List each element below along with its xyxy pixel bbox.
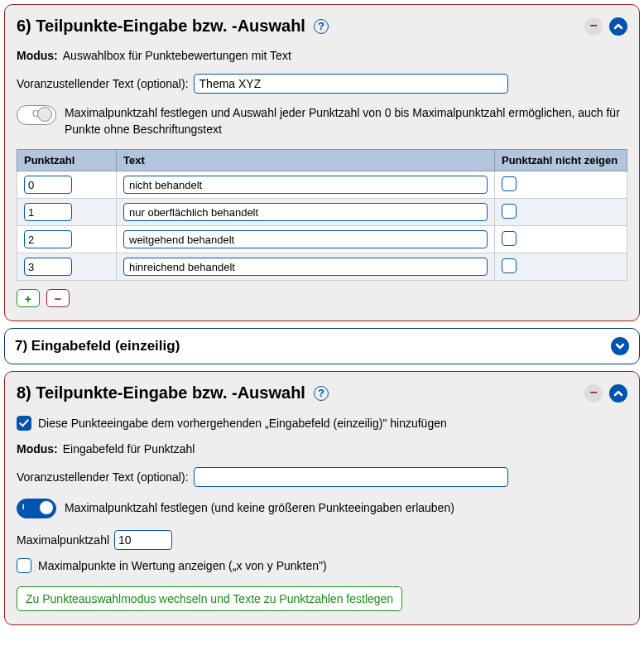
hide-checkbox[interactable]: [502, 231, 517, 246]
show-max-label: Maximalpunkte in Wertung anzeigen („x vo…: [38, 559, 327, 572]
th-points: Punktzahl: [17, 150, 117, 171]
modus-label: Modus:: [17, 49, 58, 62]
modus-row-8: Modus: Eingabefeld für Punktzahl: [17, 442, 627, 456]
maxpts-row: Maximalpunktzahl: [17, 530, 627, 550]
panel-8-title: 8) Teilpunkte-Eingabe bzw. -Auswahl: [17, 383, 305, 402]
collapse-panel-button[interactable]: [609, 17, 627, 36]
panel-6-controls: −: [584, 17, 627, 36]
show-max-checkbox[interactable]: [17, 558, 31, 573]
max-points-toggle[interactable]: I: [17, 499, 56, 518]
points-input[interactable]: [24, 230, 72, 248]
prefix-input[interactable]: [194, 467, 508, 487]
th-text: Text: [117, 150, 495, 171]
max-toggle-label: Maximalpunktzahl festlegen (und keine gr…: [65, 500, 627, 517]
panel-6-header: 6) Teilpunkte-Eingabe bzw. -Auswahl ? −: [17, 17, 627, 36]
max-toggle-row: O Maximalpunktzahl festlegen und Auswahl…: [17, 105, 627, 137]
chevron-down-icon: [615, 341, 625, 351]
help-icon[interactable]: ?: [314, 386, 329, 401]
add-row-button[interactable]: +: [17, 289, 40, 307]
switch-mode-button[interactable]: Zu Punkteauswahlmodus wechseln und Texte…: [17, 586, 402, 611]
chevron-up-icon: [613, 22, 623, 31]
table-row: [17, 199, 627, 226]
attach-row: Diese Punkteeingabe dem vorhergehenden „…: [17, 416, 627, 431]
panel-8-header: 8) Teilpunkte-Eingabe bzw. -Auswahl ? −: [17, 383, 627, 402]
text-input[interactable]: [123, 258, 488, 276]
prefix-row-8: Voranzustellender Text (optional):: [17, 467, 627, 487]
modus-value: Auswahlbox für Punktebewertungen mit Tex…: [63, 49, 291, 62]
maxpts-input[interactable]: [114, 530, 172, 550]
prefix-row: Voranzustellender Text (optional):: [17, 74, 627, 94]
modus-label: Modus:: [17, 442, 58, 456]
collapse-panel-button[interactable]: [609, 384, 627, 402]
th-hide: Punktzahl nicht zeigen: [495, 150, 627, 171]
text-input[interactable]: [123, 203, 488, 221]
table-controls: + −: [17, 289, 627, 307]
panel-8-title-row: 8) Teilpunkte-Eingabe bzw. -Auswahl ?: [17, 383, 329, 402]
hide-checkbox[interactable]: [502, 204, 517, 219]
max-toggle-row-8: I Maximalpunktzahl festlegen (und keine …: [17, 499, 627, 518]
chevron-up-icon: [613, 388, 623, 398]
points-input[interactable]: [24, 203, 72, 221]
panel-6-points-selection: 6) Teilpunkte-Eingabe bzw. -Auswahl ? − …: [4, 4, 640, 321]
max-toggle-label: Maximalpunktzahl festlegen und Auswahl j…: [65, 105, 627, 137]
points-input[interactable]: [24, 258, 72, 276]
minus-icon: −: [589, 386, 597, 399]
points-input[interactable]: [24, 176, 72, 194]
panel-6-title-row: 6) Teilpunkte-Eingabe bzw. -Auswahl ?: [17, 17, 329, 36]
points-table: Punktzahl Text Punktzahl nicht zeigen: [17, 149, 627, 281]
maxpts-label: Maximalpunktzahl: [17, 533, 109, 547]
panel-6-title: 6) Teilpunkte-Eingabe bzw. -Auswahl: [17, 17, 305, 36]
attach-checkbox[interactable]: [17, 416, 31, 431]
text-input[interactable]: [123, 176, 488, 194]
table-row: [17, 226, 627, 253]
panel-8-points-selection: 8) Teilpunkte-Eingabe bzw. -Auswahl ? − …: [4, 371, 640, 625]
hide-checkbox[interactable]: [502, 258, 517, 273]
panel-7-title: 7) Eingabefeld (einzeilig): [15, 338, 180, 354]
table-row: [17, 253, 627, 281]
text-input[interactable]: [123, 230, 488, 248]
max-points-toggle[interactable]: O: [17, 105, 56, 125]
modus-value: Eingabefeld für Punktzahl: [63, 442, 195, 456]
help-icon[interactable]: ?: [314, 19, 329, 34]
prefix-input[interactable]: [194, 74, 508, 94]
delete-row-button[interactable]: −: [46, 289, 70, 307]
hide-checkbox[interactable]: [502, 176, 517, 191]
show-max-row: Maximalpunkte in Wertung anzeigen („x vo…: [17, 558, 627, 573]
panel-8-controls: −: [584, 384, 627, 402]
table-row: [17, 171, 627, 199]
panel-7-single-line-input[interactable]: 7) Eingabefeld (einzeilig): [4, 328, 640, 364]
expand-panel-button[interactable]: [611, 337, 629, 355]
prefix-label: Voranzustellender Text (optional):: [17, 77, 189, 90]
attach-label: Diese Punkteeingabe dem vorhergehenden „…: [38, 417, 447, 430]
prefix-label: Voranzustellender Text (optional):: [17, 470, 189, 484]
remove-panel-button[interactable]: −: [584, 384, 603, 402]
minus-icon: −: [589, 19, 597, 32]
remove-panel-button[interactable]: −: [584, 17, 603, 36]
modus-row: Modus: Auswahlbox für Punktebewertungen …: [17, 49, 627, 62]
